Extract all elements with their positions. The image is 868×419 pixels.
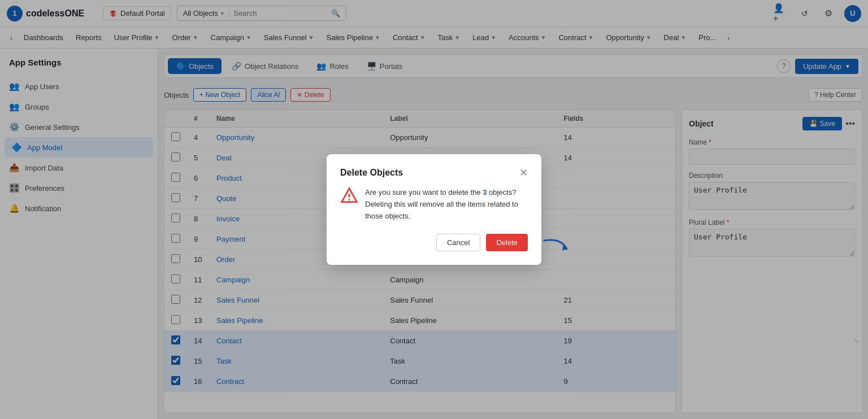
cancel-modal-button[interactable]: Cancel [436,234,480,251]
modal-body: Are you sure you want to delete the 3 ob… [340,187,528,222]
modal-title: Delete Objects [340,168,403,178]
warning-icon [340,187,358,205]
delete-objects-modal: Delete Objects ✕ Are you sure you want t… [327,154,541,264]
delete-modal-button[interactable]: Delete [486,234,528,251]
modal-message: Are you sure you want to delete the 3 ob… [365,187,528,222]
modal-header: Delete Objects ✕ [340,168,528,178]
modal-close-button[interactable]: ✕ [519,168,528,178]
arrow-annotation [539,235,572,259]
svg-point-2 [349,199,350,201]
modal-overlay: Delete Objects ✕ Are you sure you want t… [0,0,868,419]
modal-footer: Cancel Delete [340,234,528,251]
